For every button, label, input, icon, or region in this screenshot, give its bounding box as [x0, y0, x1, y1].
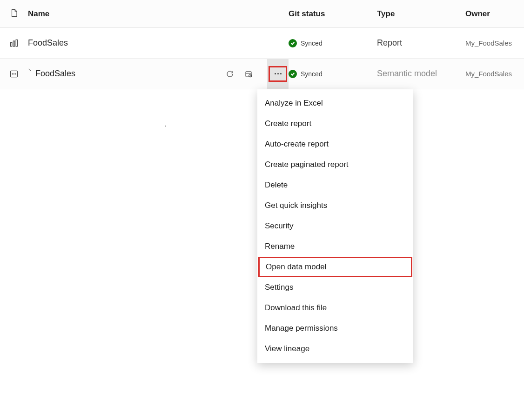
git-status-cell: Synced: [289, 39, 377, 47]
header-owner[interactable]: Owner: [465, 9, 515, 19]
synced-check-icon: [289, 39, 297, 47]
menu-settings[interactable]: Settings: [257, 277, 413, 298]
table-row[interactable]: FoodSales Synced Report My_FoodSales: [0, 28, 524, 59]
menu-auto-create-report[interactable]: Auto-create report: [257, 134, 413, 154]
table-header: Name Git status Type Owner: [0, 0, 524, 28]
git-status-text: Synced: [301, 40, 322, 47]
menu-get-quick-insights[interactable]: Get quick insights: [257, 195, 413, 216]
header-name[interactable]: Name: [28, 9, 289, 19]
refresh-button[interactable]: [222, 67, 237, 81]
item-name[interactable]: FoodSales: [28, 38, 68, 48]
file-type-header-icon: [0, 8, 28, 20]
file-icon: [10, 8, 18, 20]
menu-create-report[interactable]: Create report: [257, 113, 413, 134]
item-type: Report: [377, 38, 465, 48]
context-menu: Analyze in Excel Create report Auto-crea…: [257, 89, 413, 363]
svg-rect-1: [13, 41, 14, 47]
header-type[interactable]: Type: [377, 9, 465, 19]
menu-delete[interactable]: Delete: [257, 175, 413, 195]
item-name[interactable]: FoodSales: [35, 69, 75, 79]
item-type: Semantic model: [377, 69, 465, 79]
menu-download-this-file[interactable]: Download this file: [257, 298, 413, 318]
item-owner[interactable]: My_FoodSales: [465, 70, 515, 78]
git-status-cell: Synced: [289, 70, 377, 78]
menu-security[interactable]: Security: [257, 216, 413, 236]
stray-dot: [165, 126, 166, 127]
report-icon: [0, 39, 28, 48]
svg-rect-0: [11, 42, 12, 46]
more-options-button[interactable]: [267, 59, 289, 89]
menu-rename[interactable]: Rename: [257, 236, 413, 257]
ellipsis-icon: [275, 73, 282, 74]
header-git-status[interactable]: Git status: [289, 9, 377, 19]
svg-point-6: [15, 73, 16, 74]
git-status-text: Synced: [301, 70, 322, 78]
schedule-refresh-button[interactable]: [241, 67, 256, 81]
item-owner[interactable]: My_FoodSales: [465, 39, 515, 47]
relation-arrow-icon: ↘: [28, 67, 32, 72]
svg-rect-2: [16, 40, 17, 46]
dataset-icon: [0, 69, 28, 79]
table-row[interactable]: ↘ FoodSales Synced Semantic model My_Foo…: [0, 59, 524, 89]
svg-point-5: [13, 73, 14, 74]
synced-check-icon: [289, 70, 297, 78]
svg-point-4: [12, 73, 13, 74]
menu-view-lineage[interactable]: View lineage: [257, 339, 413, 359]
menu-manage-permissions[interactable]: Manage permissions: [257, 318, 413, 339]
menu-analyze-in-excel[interactable]: Analyze in Excel: [257, 93, 413, 113]
menu-create-paginated-report[interactable]: Create paginated report: [257, 154, 413, 175]
menu-open-data-model[interactable]: Open data model: [258, 257, 412, 277]
